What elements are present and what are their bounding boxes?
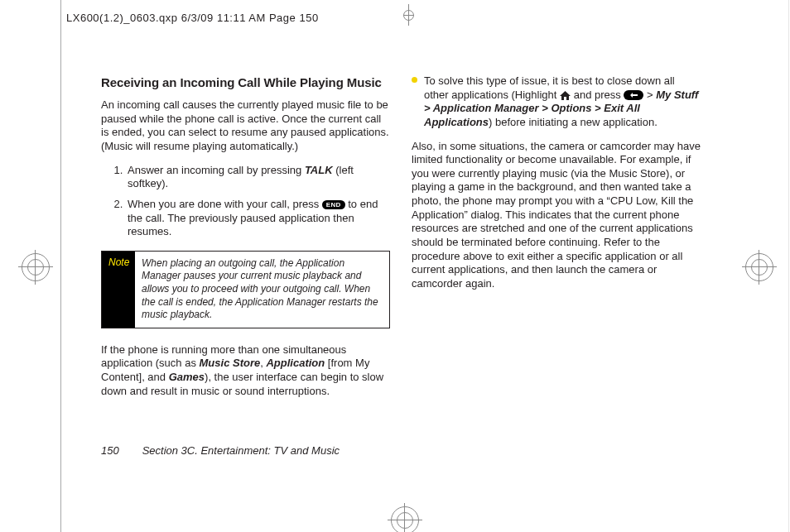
- games-label: Games: [169, 371, 205, 383]
- step-2: When you are done with your call, press …: [126, 198, 390, 239]
- page-footer: 150 Section 3C. Entertainment: TV and Mu…: [101, 444, 340, 457]
- music-store-label: Music Store: [200, 357, 261, 369]
- also-paragraph: Also, in some situations, the camera or …: [412, 140, 701, 291]
- home-icon: [560, 91, 571, 100]
- back-key-icon: [624, 90, 643, 100]
- talk-key-label: TALK: [305, 164, 333, 176]
- page-number: 150: [101, 444, 139, 457]
- intro-paragraph: An incoming call causes the currently pl…: [101, 98, 390, 154]
- note-label: Note: [102, 252, 135, 328]
- steps-list: Answer an incoming call by pressing TALK…: [101, 164, 390, 239]
- section-title: Section 3C. Entertainment: TV and Music: [142, 444, 340, 457]
- note-body: When placing an outgoing call, the Appli…: [135, 252, 389, 328]
- if-phone-paragraph: If the phone is running more than one si…: [101, 343, 390, 399]
- bullet-text-b: and press: [574, 89, 624, 101]
- step-2-text-a: When you are done with your call, press: [128, 198, 322, 210]
- note-box: Note When placing an outgoing call, the …: [101, 251, 390, 328]
- bullet-solve: To solve this type of issue, it is best …: [412, 74, 701, 130]
- step-1-text-a: Answer an incoming call by pressing: [128, 164, 305, 176]
- application-label: Application: [266, 357, 325, 369]
- left-column: Receiving an Incoming Call While Playing…: [101, 74, 390, 408]
- step-1: Answer an incoming call by pressing TALK…: [126, 164, 390, 191]
- document-slug: LX600(1.2)_0603.qxp 6/3/09 11:11 AM Page…: [66, 12, 319, 24]
- bullet-text-c: >: [647, 89, 656, 101]
- registration-mark-left: [22, 253, 50, 281]
- right-column: To solve this type of issue, it is best …: [412, 74, 701, 408]
- registration-mark-bottom: [391, 506, 419, 532]
- page-content: Receiving an Incoming Call While Playing…: [101, 74, 707, 408]
- end-key-icon: END: [322, 200, 345, 210]
- top-crop-mark: [402, 4, 417, 26]
- registration-mark-right: [745, 253, 773, 281]
- section-heading: Receiving an Incoming Call While Playing…: [101, 74, 390, 90]
- bullet-text-d: ) before initiating a new application.: [489, 116, 658, 128]
- bullet-dot-icon: [412, 77, 417, 83]
